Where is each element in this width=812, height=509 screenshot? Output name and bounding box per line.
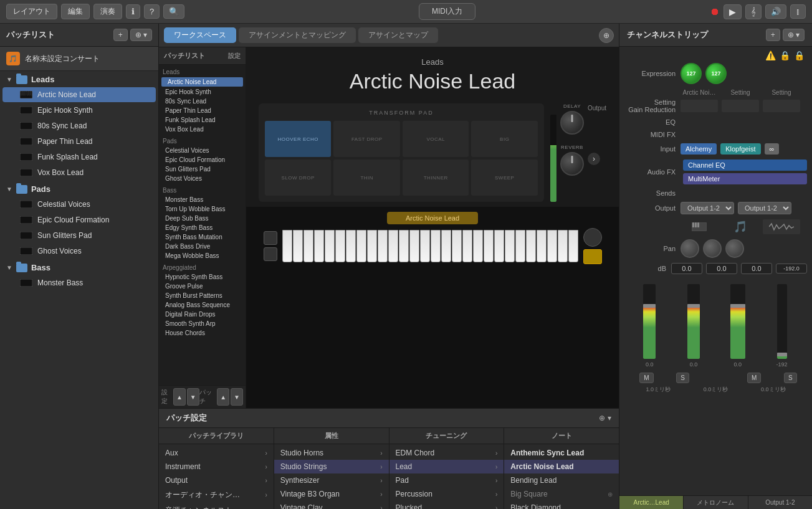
mini-item-vox[interactable]: Vox Box Lead xyxy=(159,125,246,134)
sidebar-category-leads[interactable]: ▼ Leads xyxy=(0,71,158,87)
white-key[interactable] xyxy=(462,230,472,262)
pad-cell-sweep[interactable]: SWEEP xyxy=(471,159,538,196)
settings-item-arctic-noise[interactable]: Arctic Noise Lead xyxy=(504,460,619,473)
pad-cell-fast-drop[interactable]: FAST DROP xyxy=(333,121,400,157)
white-key[interactable] xyxy=(452,230,462,262)
white-key[interactable] xyxy=(441,230,451,262)
white-key[interactable] xyxy=(356,230,366,262)
sidebar-options-button[interactable]: ⊕ ▾ xyxy=(130,29,152,41)
white-key[interactable] xyxy=(515,230,525,262)
mini-item-epic-hook[interactable]: Epic Hook Synth xyxy=(159,87,246,97)
link-badge[interactable]: ∞ xyxy=(765,143,780,155)
add-patch-button[interactable]: + xyxy=(113,29,128,41)
mini-item-digital-rain[interactable]: Digital Rain Drops xyxy=(159,310,246,319)
settings-item-studio-horns[interactable]: Studio Horns › xyxy=(274,446,389,460)
mini-item-analog[interactable]: Analog Bass Sequence xyxy=(159,300,246,310)
settings-item-percussion[interactable]: Percussion › xyxy=(389,487,504,501)
channel-options-button[interactable]: ⊕ ▾ xyxy=(783,29,805,41)
white-key[interactable] xyxy=(409,230,419,262)
sustain-control[interactable] xyxy=(583,228,602,247)
patch-item-80s-sync-lead[interactable]: 80s Sync Lead xyxy=(2,118,156,133)
output-select-1[interactable]: Output 1-2 xyxy=(681,202,734,214)
mini-item-deep-sub[interactable]: Deep Sub Bass xyxy=(159,214,246,223)
workspace-options-button[interactable]: ⊕ xyxy=(599,28,614,43)
pad-cell-thin[interactable]: THIN xyxy=(333,159,400,196)
db-input-2[interactable] xyxy=(706,263,737,274)
settings-item-studio-strings[interactable]: Studio Strings › xyxy=(274,460,389,473)
help-button[interactable]: ? xyxy=(144,4,160,19)
white-key[interactable] xyxy=(526,230,536,262)
alchemy-badge[interactable]: Alchemy xyxy=(681,143,717,155)
settings-item-pad[interactable]: Pad › xyxy=(389,473,504,487)
mini-item-hypnotic[interactable]: Hypnotic Synth Bass xyxy=(159,272,246,282)
patch-item-ghost-voices[interactable]: Ghost Voices xyxy=(2,244,156,259)
white-key[interactable] xyxy=(505,230,515,262)
add-channel-button[interactable]: + xyxy=(766,29,780,41)
next-button[interactable]: › xyxy=(588,153,600,165)
pad-cell-big[interactable]: BIG xyxy=(471,121,538,157)
pad-cell-hoover-echo[interactable]: HOOVER ECHO xyxy=(265,121,331,157)
settings-item-lead[interactable]: Lead › xyxy=(389,460,504,473)
delay-knob[interactable] xyxy=(560,111,584,135)
settings-item-aux[interactable]: Aux › xyxy=(159,446,274,460)
patch-item-paper-thin-lead[interactable]: Paper Thin Lead xyxy=(2,134,156,149)
white-key[interactable] xyxy=(335,230,345,262)
settings-item-edm-chord[interactable]: EDM Chord › xyxy=(389,446,504,460)
settings-item-bending[interactable]: Bending Lead xyxy=(504,473,619,487)
settings-item-synthesizer[interactable]: Synthesizer › xyxy=(274,473,389,487)
white-key[interactable] xyxy=(399,230,409,262)
white-key[interactable] xyxy=(346,230,356,262)
transport-play-button[interactable]: ▶ xyxy=(724,4,742,19)
white-key[interactable] xyxy=(325,230,335,262)
expression-knob-2[interactable]: 127 xyxy=(705,63,727,84)
mini-item-ghost[interactable]: Ghost Voices xyxy=(159,174,246,183)
fader-handle-4[interactable] xyxy=(777,353,787,356)
white-key[interactable] xyxy=(558,230,568,262)
patch-item-arctic-noise-lead[interactable]: Arctic Noise Lead xyxy=(2,87,156,102)
white-key[interactable] xyxy=(282,230,292,262)
mixer-button[interactable]: ⫿ xyxy=(790,4,806,19)
white-key[interactable] xyxy=(293,230,303,262)
klopfgeist-badge[interactable]: Klopfgeist xyxy=(720,143,760,155)
db-input-1[interactable] xyxy=(671,263,702,274)
mini-item-monster[interactable]: Monster Bass xyxy=(159,195,246,204)
bottom-label-arctic[interactable]: Arctic…Lead xyxy=(619,496,684,509)
pad-cell-slow-drop[interactable]: SLOW DROP xyxy=(265,159,331,196)
mini-item-80s[interactable]: 80s Sync Lead xyxy=(159,97,246,106)
settings-item-vintage-clav[interactable]: Vintage Clav › xyxy=(274,501,389,509)
mini-item-funk[interactable]: Funk Splash Lead xyxy=(159,115,246,125)
white-key[interactable] xyxy=(473,230,483,262)
tab-assignments[interactable]: アサインメントとマッピング xyxy=(239,27,356,43)
white-key[interactable] xyxy=(484,230,494,262)
big-square-add-icon[interactable]: ⊕ xyxy=(608,491,613,498)
settings-item-big-square[interactable]: Big Square ⊕ xyxy=(504,487,619,501)
mini-item-sun-glitters[interactable]: Sun Glitters Pad xyxy=(159,164,246,174)
white-key[interactable] xyxy=(367,230,377,262)
patch-item-celestial-voices[interactable]: Celestial Voices xyxy=(2,197,156,212)
metronome-button[interactable]: 𝄞 xyxy=(745,4,762,19)
settings-item-instrument[interactable]: Instrument › xyxy=(159,460,274,473)
pan-knob-1[interactable] xyxy=(681,239,699,258)
play-mode-button[interactable]: 演奏 xyxy=(93,4,122,19)
db-input-4[interactable] xyxy=(776,264,807,274)
settings-item-black-diamond[interactable]: Black Diamond xyxy=(504,501,619,509)
mini-item-house-chords[interactable]: House Chords xyxy=(159,328,246,338)
white-key[interactable] xyxy=(494,230,504,262)
mini-item-synth-burst[interactable]: Synth Burst Patterns xyxy=(159,291,246,300)
mute-button-1[interactable]: M xyxy=(639,373,653,383)
bottom-label-metronome[interactable]: メトロノーム xyxy=(684,496,748,509)
patch-item-epic-hook-synth[interactable]: Epic Hook Synth xyxy=(2,103,156,118)
white-key[interactable] xyxy=(303,230,313,262)
settings-chevron-icon[interactable]: ▾ xyxy=(608,414,611,422)
patch-item-funk-splash-lead[interactable]: Funk Splash Lead xyxy=(2,150,156,164)
pad-cell-vocal[interactable]: VOCAL xyxy=(403,121,469,157)
pad-cell-thinner[interactable]: THINNER xyxy=(403,159,469,196)
expand-collapse-icon[interactable]: ⊕ xyxy=(599,414,605,422)
settings-item-plucked[interactable]: Plucked › xyxy=(389,501,504,509)
white-key[interactable] xyxy=(568,230,578,262)
white-key[interactable] xyxy=(420,230,430,262)
settings-item-output[interactable]: Output › xyxy=(159,473,274,487)
mini-nav-up[interactable]: ▲ xyxy=(173,388,186,406)
mini-item-smooth-arp[interactable]: Smooth Synth Arp xyxy=(159,319,246,328)
settings-item-audio-chan[interactable]: オーディオ・チャン… › xyxy=(159,487,274,503)
